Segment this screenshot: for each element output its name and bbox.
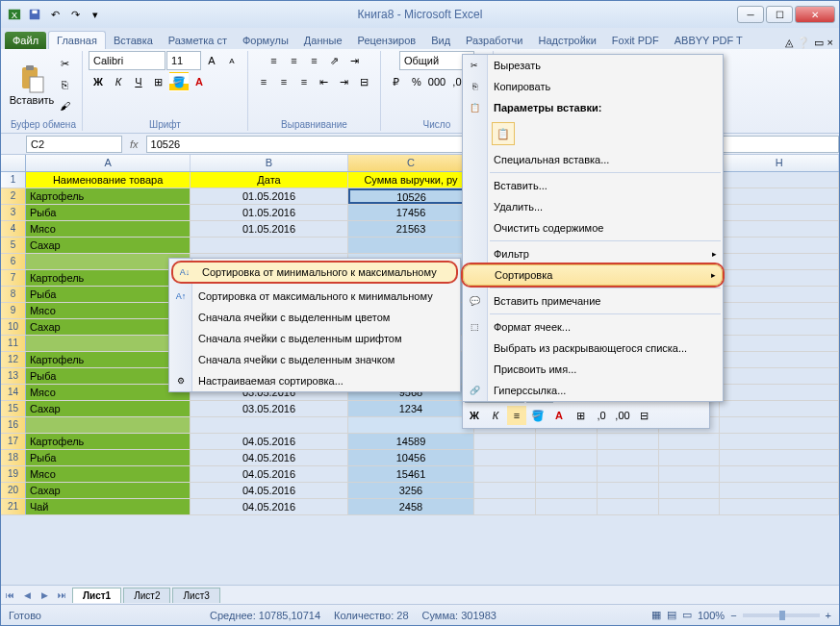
cell[interactable]: Рыба [26, 368, 191, 384]
window-close-icon[interactable]: × [827, 37, 833, 49]
font-color-button[interactable]: A [190, 72, 209, 91]
align-bot-icon[interactable]: ≡ [304, 51, 323, 70]
cell[interactable] [348, 238, 475, 253]
cell[interactable] [720, 434, 839, 449]
tab-insert[interactable]: Вставка [106, 32, 161, 49]
border-button[interactable]: ⊞ [149, 72, 168, 91]
cell[interactable]: 21563 [348, 221, 475, 237]
copy-icon[interactable]: ⎘ [55, 75, 74, 94]
shrink-font-icon[interactable]: A [222, 51, 242, 70]
cell[interactable]: 01.05.2016 [191, 205, 347, 220]
tab-developer[interactable]: Разработчи [458, 32, 530, 49]
sort-desc[interactable]: A↑ Сортировка от максимального к минимал… [169, 286, 460, 307]
sheet-nav-next[interactable]: ▶ [36, 588, 53, 603]
fx-icon[interactable]: fx [130, 138, 139, 150]
zoom-in-button[interactable]: + [826, 610, 831, 621]
cell[interactable] [598, 450, 659, 465]
cell[interactable]: Мясо [26, 303, 191, 318]
cell[interactable] [720, 401, 839, 416]
cut-icon[interactable]: ✂ [55, 54, 74, 73]
mini-bold-button[interactable]: Ж [465, 406, 484, 425]
row-header[interactable]: 9 [1, 303, 26, 318]
window-restore-icon[interactable]: ▭ [814, 37, 824, 49]
ctx-cut[interactable]: ✂Вырезать [463, 55, 723, 76]
row-header[interactable]: 6 [1, 254, 26, 269]
cell[interactable] [536, 450, 598, 465]
cell[interactable] [474, 450, 536, 465]
cell[interactable]: Рыба [26, 287, 191, 302]
help-icon[interactable]: ❔ [797, 37, 810, 49]
sheet-tab-3[interactable]: Лист3 [172, 588, 219, 603]
mini-italic-button[interactable]: К [486, 406, 505, 425]
paste-button[interactable]: Вставить [11, 62, 53, 108]
col-header-h[interactable]: H [720, 155, 839, 171]
cell[interactable] [26, 254, 191, 269]
sort-by-font[interactable]: Сначала ячейки с выделенным шрифтом [169, 328, 460, 349]
cell[interactable] [474, 499, 536, 514]
col-header-b[interactable]: B [191, 155, 347, 171]
italic-button[interactable]: К [109, 72, 128, 91]
view-normal-icon[interactable]: ▦ [651, 609, 661, 621]
cell[interactable]: 1234 [348, 401, 475, 416]
tab-foxit[interactable]: Foxit PDF [604, 32, 667, 49]
tab-view[interactable]: Вид [423, 32, 458, 49]
cell[interactable] [536, 483, 598, 498]
cell[interactable]: Мясо [26, 466, 191, 482]
cell[interactable]: Сахар [26, 319, 191, 335]
currency-icon[interactable]: ₽ [387, 72, 406, 91]
cell[interactable] [720, 319, 839, 335]
ctx-hyperlink[interactable]: 🔗Гиперссылка... [463, 380, 723, 401]
tab-addins[interactable]: Надстройки [530, 32, 603, 49]
mini-dec-decimal-icon[interactable]: ,00 [613, 406, 632, 425]
cell[interactable] [720, 172, 839, 188]
mini-align-center-icon[interactable]: ≡ [507, 406, 526, 425]
ctx-sort[interactable]: Сортировка▸ [463, 264, 723, 286]
font-name-input[interactable]: Calibri [89, 51, 165, 70]
cell[interactable]: 04.05.2016 [191, 466, 347, 482]
sheet-nav-prev[interactable]: ◀ [18, 588, 36, 603]
cell[interactable]: 10526 [348, 188, 475, 204]
cell[interactable] [26, 417, 191, 433]
tab-data[interactable]: Данные [296, 32, 350, 49]
cell[interactable]: Чай [26, 499, 191, 514]
cell[interactable]: Картофель [26, 434, 191, 449]
ctx-clear[interactable]: Очистить содержимое [463, 217, 723, 238]
ctx-delete[interactable]: Удалить... [463, 196, 723, 217]
cell[interactable] [720, 254, 839, 269]
cell[interactable]: 3256 [348, 483, 475, 498]
cell[interactable] [720, 287, 839, 302]
row-header[interactable]: 17 [1, 434, 26, 449]
cell[interactable] [659, 434, 721, 449]
row-header[interactable]: 2 [1, 188, 26, 204]
merge-icon[interactable]: ⊟ [355, 72, 374, 91]
cell[interactable] [26, 336, 191, 351]
row-header[interactable]: 19 [1, 466, 26, 482]
cell[interactable] [598, 499, 659, 514]
sheet-tab-2[interactable]: Лист2 [123, 588, 170, 603]
cell[interactable] [720, 336, 839, 351]
align-right-icon[interactable]: ≡ [294, 72, 314, 91]
ctx-format-cells[interactable]: ⬚Формат ячеек... [463, 316, 723, 338]
minimize-button[interactable]: ─ [737, 6, 764, 23]
cell[interactable]: Сахар [26, 483, 191, 498]
ctx-define-name[interactable]: Присвоить имя... [463, 359, 723, 380]
row-header[interactable]: 4 [1, 221, 26, 237]
underline-button[interactable]: Ч [129, 72, 148, 91]
sheet-nav-first[interactable]: ⏮ [1, 588, 18, 603]
cell[interactable] [536, 499, 598, 514]
cell[interactable] [191, 238, 347, 253]
save-icon[interactable] [25, 5, 44, 24]
align-left-icon[interactable]: ≡ [254, 72, 273, 91]
cell[interactable]: 15461 [348, 466, 475, 482]
tab-formulas[interactable]: Формулы [235, 32, 296, 49]
align-mid-icon[interactable]: ≡ [284, 51, 303, 70]
qat-more-icon[interactable]: ▾ [86, 5, 105, 24]
row-header[interactable]: 13 [1, 368, 26, 384]
cell[interactable]: 01.05.2016 [191, 221, 347, 237]
row-header[interactable]: 5 [1, 238, 26, 253]
mini-fill-color-icon[interactable]: 🪣 [528, 406, 547, 425]
redo-icon[interactable]: ↷ [65, 5, 85, 24]
comma-icon[interactable]: 000 [427, 72, 446, 91]
tab-home[interactable]: Главная [48, 31, 106, 49]
cell[interactable]: Мясо [26, 221, 191, 237]
